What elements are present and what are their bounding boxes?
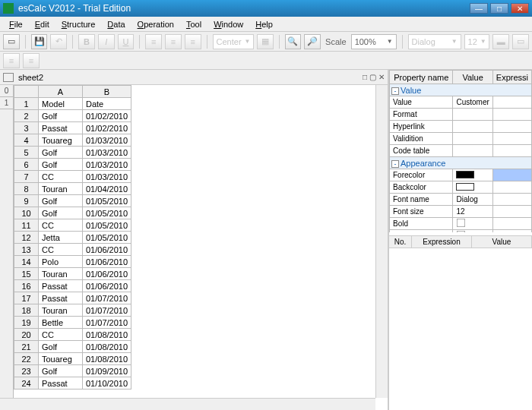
table-row[interactable]: 9Golf01/05/2010 bbox=[14, 195, 131, 207]
forecolor-swatch[interactable] bbox=[456, 171, 474, 178]
row-header[interactable]: 14 bbox=[14, 256, 39, 268]
row-header[interactable]: 18 bbox=[14, 304, 39, 317]
prop-validation[interactable]: Validition bbox=[390, 133, 453, 145]
cell-a[interactable]: Bettle bbox=[39, 317, 83, 329]
table-row[interactable]: 13CC01/06/2010 bbox=[14, 244, 131, 256]
scale-combo[interactable]: 100%▼ bbox=[351, 34, 397, 49]
cell-b[interactable]: 01/06/2010 bbox=[83, 268, 131, 280]
table-row[interactable]: 14Polo01/06/2010 bbox=[14, 256, 131, 268]
row-header[interactable]: 3 bbox=[14, 122, 39, 134]
data-table[interactable]: A B 1ModelDate2Golf01/02/20103Passat01/0… bbox=[14, 85, 131, 390]
align-center-button[interactable]: ≡ bbox=[165, 34, 182, 49]
cell-b[interactable]: 01/07/2010 bbox=[83, 304, 131, 317]
cell-a[interactable]: CC bbox=[39, 329, 83, 341]
bold-checkbox[interactable] bbox=[457, 219, 466, 228]
row-header[interactable]: 20 bbox=[14, 329, 39, 341]
table-row[interactable]: 18Touran01/07/2010 bbox=[14, 304, 131, 317]
zoom-out-button[interactable]: 🔎 bbox=[304, 34, 321, 49]
menu-window[interactable]: Window bbox=[207, 18, 249, 30]
cell-a[interactable]: Passat bbox=[39, 377, 83, 390]
row-header[interactable]: 11 bbox=[14, 219, 39, 232]
row-header[interactable]: 9 bbox=[14, 195, 39, 207]
cell-b[interactable]: 01/03/2010 bbox=[83, 159, 131, 171]
table-row[interactable]: 16Passat01/06/2010 bbox=[14, 280, 131, 292]
table-row[interactable]: 24Passat01/10/2010 bbox=[14, 377, 131, 390]
row-header[interactable]: 21 bbox=[14, 341, 39, 353]
menu-file[interactable]: File bbox=[3, 18, 29, 30]
collapse-icon[interactable]: - bbox=[391, 87, 399, 95]
row-header[interactable]: 22 bbox=[14, 353, 39, 365]
row-header[interactable]: 13 bbox=[14, 244, 39, 256]
cell-b[interactable]: 01/06/2010 bbox=[83, 256, 131, 268]
maximize-button[interactable]: □ bbox=[490, 3, 508, 14]
menu-help[interactable]: Help bbox=[249, 18, 279, 30]
cell-a[interactable]: Golf bbox=[39, 365, 83, 377]
row-header[interactable]: 1 bbox=[14, 98, 39, 110]
cell-b[interactable]: Date bbox=[83, 98, 131, 110]
row-header[interactable]: 10 bbox=[14, 207, 39, 219]
minimize-button[interactable]: — bbox=[470, 3, 488, 14]
menu-data[interactable]: Data bbox=[101, 18, 131, 30]
cell-b[interactable]: 01/05/2010 bbox=[83, 219, 131, 232]
cell-b[interactable]: 01/04/2010 bbox=[83, 183, 131, 195]
row-header[interactable]: 19 bbox=[14, 317, 39, 329]
italic-checkbox[interactable] bbox=[457, 231, 466, 232]
horizontal-scrollbar[interactable] bbox=[0, 398, 375, 410]
row-header[interactable]: 17 bbox=[14, 292, 39, 304]
table-row[interactable]: 12Jetta01/05/2010 bbox=[14, 232, 131, 244]
cell-a[interactable]: Model bbox=[39, 98, 83, 110]
table-row[interactable]: 21Golf01/08/2010 bbox=[14, 341, 131, 353]
table-row[interactable]: 4Touareg01/03/2010 bbox=[14, 134, 131, 147]
table-row[interactable]: 2Golf01/02/2010 bbox=[14, 110, 131, 122]
italic-button[interactable]: I bbox=[98, 34, 115, 49]
table-row[interactable]: 5Golf01/03/2010 bbox=[14, 147, 131, 159]
grid[interactable]: 0 1 A B 1ModelDate2Golf01/02/20103Passat… bbox=[0, 85, 388, 410]
cell-b[interactable]: 01/08/2010 bbox=[83, 353, 131, 365]
prop-fontsize[interactable]: Font size bbox=[390, 206, 453, 218]
row-header[interactable]: 23 bbox=[14, 365, 39, 377]
cell-a[interactable]: CC bbox=[39, 171, 83, 183]
cell-b[interactable]: 01/09/2010 bbox=[83, 365, 131, 377]
section-value[interactable]: -Value bbox=[390, 84, 532, 96]
cell-b[interactable]: 01/08/2010 bbox=[83, 341, 131, 353]
cell-a[interactable]: Touareg bbox=[39, 134, 83, 147]
cell-b[interactable]: 01/03/2010 bbox=[83, 147, 131, 159]
cell-a[interactable]: Touareg bbox=[39, 353, 83, 365]
cell-b[interactable]: 01/05/2010 bbox=[83, 195, 131, 207]
cell-a[interactable]: Polo bbox=[39, 256, 83, 268]
cell-b[interactable]: 01/02/2010 bbox=[83, 110, 131, 122]
align-left-button[interactable]: ≡ bbox=[145, 34, 162, 49]
cell-a[interactable]: Golf bbox=[39, 207, 83, 219]
row-header[interactable]: 8 bbox=[14, 183, 39, 195]
cell-a[interactable]: CC bbox=[39, 244, 83, 256]
cell-a[interactable]: Touran bbox=[39, 304, 83, 317]
menu-edit[interactable]: Edit bbox=[29, 18, 55, 30]
forecolor-button[interactable]: ▬ bbox=[492, 34, 509, 49]
close-button[interactable]: ✕ bbox=[511, 3, 529, 14]
row-header[interactable]: 16 bbox=[14, 280, 39, 292]
cell-b[interactable]: 01/05/2010 bbox=[83, 207, 131, 219]
cell-b[interactable]: 01/07/2010 bbox=[83, 292, 131, 304]
table-row[interactable]: 3Passat01/02/2010 bbox=[14, 122, 131, 134]
cell-a[interactable]: Passat bbox=[39, 280, 83, 292]
cell-a[interactable]: Golf bbox=[39, 147, 83, 159]
col-header-a[interactable]: A bbox=[39, 86, 83, 98]
cell-a[interactable]: Passat bbox=[39, 122, 83, 134]
cell-b[interactable]: 01/06/2010 bbox=[83, 280, 131, 292]
prop-forecolor[interactable]: Forecolor bbox=[390, 169, 453, 181]
sheet-maximize-icon[interactable]: ▢ bbox=[369, 73, 376, 81]
row-header[interactable]: 15 bbox=[14, 268, 39, 280]
cell-b[interactable]: 01/03/2010 bbox=[83, 171, 131, 183]
prop-backcolor[interactable]: Backcolor bbox=[390, 181, 453, 194]
table-row[interactable]: 20CC01/08/2010 bbox=[14, 329, 131, 341]
cell-a[interactable]: Golf bbox=[39, 341, 83, 353]
table-row[interactable]: 11CC01/05/2010 bbox=[14, 219, 131, 232]
cell-a[interactable]: Passat bbox=[39, 292, 83, 304]
backcolor-swatch[interactable] bbox=[456, 183, 474, 191]
cell-b[interactable]: 01/08/2010 bbox=[83, 329, 131, 341]
bold-button[interactable]: B bbox=[78, 34, 95, 49]
cell-b[interactable]: 01/07/2010 bbox=[83, 317, 131, 329]
menu-tool[interactable]: Tool bbox=[180, 18, 207, 30]
menu-structure[interactable]: Structure bbox=[55, 18, 102, 30]
table-row[interactable]: 1ModelDate bbox=[14, 98, 131, 110]
